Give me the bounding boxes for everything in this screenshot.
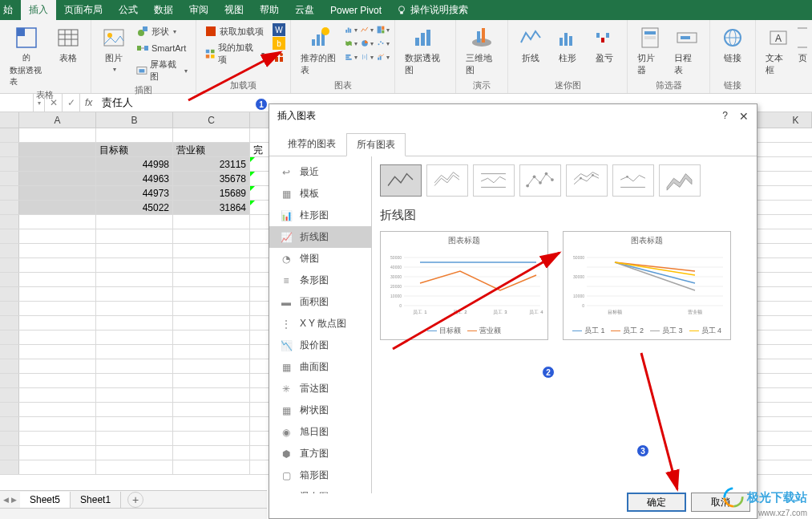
chart-type-条形图[interactable]: ≡条形图 [269,270,371,291]
col-header[interactable]: K [780,112,812,128]
ribbon-tab-help[interactable]: 帮助 [252,0,287,20]
sheet-tab[interactable]: Sheet1 [71,492,121,508]
textbox-button[interactable]: A文本框 [761,23,796,78]
sheet-tab[interactable]: Sheet5 [20,492,71,508]
svg-text:b: b [277,39,281,48]
ribbon-tab-insert[interactable]: 插入 [21,0,56,20]
chart-type-X Y 散点图[interactable]: ⋮X Y 散点图 [269,313,371,335]
hyperlink-button[interactable]: 链接 [715,23,750,66]
bing-icon[interactable]: b [273,37,285,50]
chart-type-柱形图[interactable]: 📊柱形图 [269,205,371,226]
line-chart-icon[interactable]: ▾ [361,23,374,36]
ribbon-tab-review[interactable]: 审阅 [181,0,216,20]
screenshot-button[interactable]: 屏幕截图▾ [133,57,191,84]
name-box-dropdown[interactable]: ▾ [34,94,45,112]
ok-button[interactable]: 确定 [627,493,686,512]
ribbon-tab-cloud[interactable]: 云盘 [287,0,322,20]
3d-map-button[interactable]: 三维地图 [461,23,503,78]
svg-rect-52 [380,56,382,60]
scatter-chart-icon[interactable]: ▾ [377,37,390,50]
sparkline-winloss-button[interactable]: 盈亏 [587,23,622,66]
cancel-formula-icon[interactable]: ✕ [45,94,63,112]
treemap-chart-icon[interactable]: ▾ [377,23,390,36]
combo-chart-icon[interactable]: ▾ [377,51,390,63]
select-all-corner[interactable] [0,112,19,128]
subtype-stacked-line[interactable] [426,164,468,197]
shapes-button[interactable]: 形状▾ [133,23,191,39]
header-footer-button[interactable]: 页 [798,23,807,66]
svg-text:10000: 10000 [390,294,402,298]
slicer-button[interactable]: 切片器 [632,23,668,78]
subtype-100stacked-line-markers[interactable] [612,164,654,197]
ribbon-tab-formulas[interactable]: 公式 [111,0,146,20]
pivot-table-button[interactable]: 的数据透视表 [5,23,49,89]
fx-icon[interactable]: fx [80,97,97,108]
col-header[interactable]: C [173,112,250,128]
sparkline-line-button[interactable]: 折线 [513,23,548,66]
dialog-help-icon[interactable]: ? [722,110,728,123]
sparkline-column-button[interactable]: 柱形 [550,23,585,66]
dialog-close-icon[interactable]: ✕ [739,110,749,123]
confirm-formula-icon[interactable]: ✓ [63,94,80,112]
chart-type-模板[interactable]: ▦模板 [269,183,371,205]
dialog-tab-recommended[interactable]: 推荐的图表 [277,132,346,156]
sheet-nav-prev[interactable]: ◀ [3,496,9,504]
svg-point-10 [107,33,112,38]
bar-chart-icon[interactable]: ▾ [345,51,358,63]
chart-type-股价图[interactable]: 📉股价图 [269,335,371,356]
chart-type-曲面图[interactable]: ▦曲面图 [269,356,371,378]
tell-me-search[interactable]: 操作说明搜索 [396,3,468,17]
svg-rect-29 [275,57,278,62]
chart-type-箱形图[interactable]: ▢箱形图 [269,464,371,486]
subtype-100stacked-line[interactable] [473,164,515,197]
my-addins-button[interactable]: 我的加载项▾ [201,40,269,67]
dialog-tab-all[interactable]: 所有图表 [346,133,406,156]
recommended-charts-button[interactable]: 推荐的图表 [296,23,343,78]
ribbon-tab-layout[interactable]: 页面布局 [56,0,111,20]
svg-text:20000: 20000 [390,284,402,289]
chart-type-最近[interactable]: ↩最近 [269,161,371,183]
ribbon-tab-powerpivot[interactable]: Power Pivot [322,2,390,19]
table-button[interactable]: 表格 [50,23,86,66]
smartart-button[interactable]: SmartArt [133,40,191,56]
people-graph-icon[interactable] [273,51,285,63]
chart-type-树状图[interactable]: ▦树状图 [269,399,371,421]
map-chart-icon[interactable]: ▾ [345,37,358,50]
column-chart-icon[interactable]: ▾ [345,23,358,36]
subtype-3d-line[interactable] [659,164,701,197]
lightbulb-icon [396,5,407,16]
chart-type-旭日图[interactable]: ◉旭日图 [269,421,371,443]
stock-chart-icon[interactable]: ▾ [361,51,374,63]
wikipedia-icon[interactable]: W [273,23,285,36]
ribbon-tab-data[interactable]: 数据 [146,0,181,20]
chart-type-面积图[interactable]: ▬面积图 [269,291,371,313]
dialog-title: 插入图表 [277,109,316,123]
watermark: 极光下载站 [723,487,807,508]
chart-type-折线图[interactable]: 📈折线图 [269,226,371,248]
chart-type-雷达图[interactable]: ✳雷达图 [269,378,371,399]
pie-chart-icon[interactable]: ▾ [361,37,374,50]
chart-type-瀑布图[interactable]: ▤瀑布图 [269,486,371,493]
subtype-line[interactable] [380,164,422,197]
ribbon-tab-start-cut[interactable]: 始 [0,0,21,20]
svg-rect-19 [205,50,208,53]
name-box[interactable] [0,94,34,112]
col-header[interactable]: B [96,112,173,128]
subtype-stacked-line-markers[interactable] [566,164,608,197]
pivot-chart-button[interactable]: 数据透视图 [400,23,450,78]
chart-preview-2[interactable]: 图表标题 50000 30000 10000 0 目标额 [563,231,731,340]
ribbon-group-filters: 切片器 日程表 筛选器 [628,20,710,93]
svg-point-76 [526,184,529,188]
pictures-button[interactable]: 图片▾ [96,23,131,75]
col-header[interactable]: A [19,112,96,128]
get-addins-button[interactable]: 获取加载项 [201,23,269,39]
status-bar [0,508,267,519]
timeline-button[interactable]: 日程表 [669,23,705,78]
subtype-line-markers[interactable] [519,164,561,197]
add-sheet-button[interactable]: + [127,492,143,508]
ribbon-tab-view[interactable]: 视图 [216,0,252,20]
sheet-nav-next[interactable]: ▶ [11,496,17,504]
chart-preview-1[interactable]: 图表标题 50000 40000 30000 20000 10000 0 员 [380,231,548,340]
chart-type-饼图[interactable]: ◔饼图 [269,248,371,270]
chart-type-直方图[interactable]: ⬢直方图 [269,443,371,464]
